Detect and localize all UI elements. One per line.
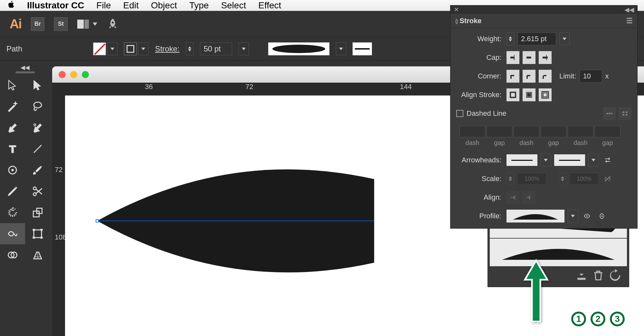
width-profile-preview[interactable] — [268, 42, 329, 55]
menu-file[interactable]: File — [96, 0, 111, 11]
arrowhead-end[interactable] — [554, 154, 585, 166]
free-transform-tool[interactable] — [25, 223, 50, 244]
fill-dropdown[interactable] — [107, 42, 118, 55]
arrowhead-end-dropdown[interactable] — [588, 154, 599, 167]
dash-preserve-button[interactable] — [603, 107, 616, 120]
weight-stepper[interactable] — [507, 32, 514, 45]
fill-control[interactable] — [93, 42, 118, 55]
svg-line-3 — [34, 145, 42, 153]
anchor-point[interactable] — [96, 219, 99, 222]
selected-path[interactable] — [84, 153, 374, 296]
align-outside-button[interactable] — [539, 88, 552, 101]
weight-input[interactable]: 2.615 pt — [517, 32, 556, 45]
gap-input-3[interactable] — [595, 126, 620, 137]
svg-point-1 — [34, 102, 42, 108]
magic-wand-tool[interactable] — [0, 96, 25, 117]
link-scale-icon[interactable] — [602, 173, 613, 185]
gpu-preview-icon[interactable] — [107, 18, 118, 31]
type-tool[interactable] — [0, 138, 25, 159]
workspace-layout-picker[interactable] — [77, 20, 97, 29]
curvature-tool[interactable] — [25, 117, 50, 138]
annotation-callouts: 1 2 3 — [571, 312, 625, 326]
menu-effect[interactable]: Effect — [258, 0, 281, 11]
panel-menu-icon[interactable]: ☰ — [626, 17, 633, 25]
width-tool[interactable] — [0, 223, 25, 244]
align-center-button[interactable] — [507, 88, 519, 101]
save-profile-icon[interactable] — [575, 269, 588, 283]
tools-collapse-toggle[interactable]: ◀◀ — [0, 64, 50, 71]
delete-profile-icon[interactable] — [592, 269, 604, 283]
stroke-control[interactable] — [124, 42, 148, 55]
dash-align-button[interactable] — [619, 107, 631, 120]
stroke-weight-stepper[interactable] — [186, 42, 194, 55]
swap-arrowheads-icon[interactable] — [602, 154, 613, 166]
menu-type[interactable]: Type — [189, 0, 209, 11]
corner-round-button[interactable] — [523, 70, 535, 83]
minimize-window-button[interactable] — [70, 71, 77, 78]
stroke-weight-input[interactable]: 50 pt — [200, 42, 232, 55]
cap-butt-button[interactable] — [507, 51, 519, 64]
reset-profiles-icon[interactable] — [609, 269, 621, 283]
collapse-panel-icon[interactable]: ◀◀ — [624, 6, 634, 14]
profile-width-6[interactable] — [490, 239, 627, 266]
cap-round-button[interactable] — [523, 51, 535, 64]
dash-input-3[interactable] — [568, 126, 593, 137]
arrowhead-start-dropdown[interactable] — [541, 154, 551, 167]
dashed-line-checkbox[interactable] — [456, 110, 463, 117]
lasso-tool[interactable] — [25, 96, 50, 117]
bridge-button[interactable]: Br — [31, 17, 44, 31]
flip-across-icon[interactable] — [596, 210, 608, 222]
panel-frame-top[interactable]: ✕ ◀◀ — [450, 5, 637, 14]
dash-input-2[interactable] — [514, 126, 539, 137]
pen-tool[interactable] — [0, 117, 25, 138]
stroke-weight-dropdown[interactable] — [239, 42, 249, 55]
menu-object[interactable]: Object — [151, 0, 177, 11]
scissors-tool[interactable] — [25, 181, 50, 202]
ellipse-tool[interactable] — [0, 159, 25, 181]
svg-point-13 — [33, 237, 35, 239]
arrow-align-tip-button[interactable] — [523, 191, 535, 204]
dash-gap-inputs[interactable] — [459, 126, 631, 137]
dash-input-1[interactable] — [459, 126, 485, 137]
selection-tool[interactable] — [0, 75, 25, 96]
menu-edit[interactable]: Edit — [123, 0, 138, 11]
vertical-ruler[interactable]: 72 108 — [52, 95, 65, 336]
perspective-tool[interactable] — [25, 244, 50, 266]
ruler-mark: 144 — [400, 83, 412, 91]
stroke-label[interactable]: Stroke: — [155, 44, 179, 53]
zoom-window-button[interactable] — [82, 71, 89, 78]
arrowhead-start[interactable] — [507, 154, 537, 166]
stroke-swatch[interactable] — [124, 42, 137, 55]
paintbrush-tool[interactable] — [25, 159, 50, 181]
cap-projecting-button[interactable] — [539, 51, 552, 64]
scale-tool[interactable] — [25, 202, 50, 223]
profile-preview-stroke-panel[interactable] — [507, 210, 564, 222]
apple-icon[interactable] — [6, 0, 15, 11]
profile-dropdown[interactable] — [568, 210, 578, 222]
stock-button[interactable]: St — [54, 17, 68, 31]
close-window-button[interactable] — [59, 71, 66, 78]
weight-dropdown[interactable] — [559, 32, 570, 45]
align-inside-button[interactable] — [523, 88, 535, 101]
stroke-panel-tab[interactable]: ⟨⟩ Stroke ☰ — [450, 14, 637, 28]
flip-along-icon[interactable] — [581, 210, 593, 222]
line-tool[interactable] — [25, 138, 50, 159]
fill-swatch-none[interactable] — [93, 42, 106, 55]
close-panel-icon[interactable]: ✕ — [454, 6, 459, 14]
direct-selection-tool[interactable] — [25, 75, 50, 96]
rotate-tool[interactable] — [0, 202, 25, 223]
app-name-menu[interactable]: Illustrator CC — [27, 0, 84, 11]
gap-input-2[interactable] — [541, 126, 566, 137]
shape-builder-tool[interactable] — [0, 244, 25, 266]
width-profile-dropdown[interactable] — [336, 42, 346, 55]
arrow-align-extend-button[interactable] — [507, 191, 519, 204]
brush-definition-preview[interactable] — [353, 42, 372, 55]
stroke-dropdown[interactable] — [138, 42, 148, 55]
menu-select[interactable]: Select — [221, 0, 246, 11]
pencil-tool[interactable] — [0, 181, 25, 202]
svg-rect-10 — [34, 230, 42, 238]
gap-input-1[interactable] — [487, 126, 512, 137]
limit-input[interactable]: 10 — [580, 70, 602, 83]
corner-bevel-button[interactable] — [539, 70, 552, 83]
corner-miter-button[interactable] — [507, 70, 519, 83]
